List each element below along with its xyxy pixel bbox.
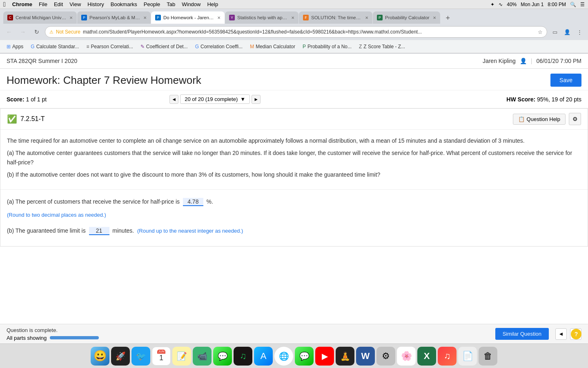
answer-a-input[interactable] [183,198,203,206]
tab-mathxl-active[interactable]: P Do Homework - Jaren Kip... ✕ [151,11,225,24]
question-status-text: Question is complete. [7,327,99,333]
new-tab-button[interactable]: + [442,12,454,24]
spotlight-icon[interactable]: 🔍 [570,2,576,7]
dock-tweetbot[interactable]: 🐦 [131,347,150,366]
menu-bookmarks[interactable]: Bookmarks [111,1,137,7]
user-profile-icon[interactable]: 👤 [520,58,527,64]
bookmark-calc-std[interactable]: G Calculate Standar... [27,42,82,51]
back-button[interactable]: ← [3,26,15,38]
bookmark-zscore[interactable]: Z Z Score Table - Z... [356,42,408,51]
menubar-right: ✦ ∿ 40% Mon Jun 1 8:00 PM 🔍 ☰ [490,2,585,7]
score-nav-prev[interactable]: ◄ [169,95,178,104]
meditation-icon: 🧘 [340,351,350,361]
dock-youtube[interactable]: ▶ [315,347,334,366]
dock-messages[interactable]: 💬 [213,347,232,366]
bookmark-corr-coeff[interactable]: G Correlation Coeffi... [192,42,246,51]
score-nav-next[interactable]: ► [252,95,261,104]
dock-messages2[interactable]: 💬 [295,347,314,366]
dock-trash[interactable]: 🗑 [479,347,497,366]
menu-help[interactable]: Help [207,1,218,7]
dock-photos[interactable]: 🌸 [397,347,416,366]
apple-menu[interactable]:  [3,1,6,8]
bottom-nav-prev-button[interactable]: ◄ [555,328,567,340]
dock-preview[interactable]: 📄 [458,347,477,366]
bookmark-coeff-det[interactable]: ✎ Coefficient of Det... [137,42,191,51]
score-nav-label-text: 20 of 20 (19 complete) [185,96,238,102]
tab-probcalc[interactable]: P Probability Calculator ✕ [373,11,440,24]
tab-pearson-close[interactable]: ✕ [143,16,147,20]
score-bold: Score: [7,96,24,103]
score-label: Score: 1 of 1 pt [7,96,47,103]
menu-chrome[interactable]: Chrome [12,1,32,7]
bookmark-star-icon[interactable]: ☆ [538,29,543,35]
calendar-icon: JUN1 [157,350,165,362]
answer-b-row: (b) The guaranteed time limit is minutes… [7,225,581,236]
tab-chegg[interactable]: F SOLUTION: The time requ... ✕ [299,11,372,24]
tab-chegg-close[interactable]: ✕ [365,16,368,20]
bookmark-median[interactable]: M Median Calculator [247,42,298,51]
answer-a-hint: (Round to two decimal places as needed.) [7,210,581,220]
bookmark-zscore-icon: Z [359,44,362,49]
menu-history[interactable]: History [87,1,104,7]
tab-probcalc-close[interactable]: ✕ [433,16,436,20]
menu-window[interactable]: Window [182,1,200,7]
score-nav-label-container[interactable]: 20 of 20 (19 complete) ▼ [180,94,250,104]
notification-icon[interactable]: ☰ [580,2,585,7]
dock-chrome[interactable]: 🌐 [274,347,293,366]
help-circle-button[interactable]: ? [571,329,581,339]
dock-finder[interactable]: 😀 [91,347,109,366]
tab-pearson[interactable]: P Pearson's MyLab & Maste... ✕ [77,11,151,24]
answer-b-suffix: minutes. [112,227,134,234]
bookmark-pearson-corr[interactable]: ≡ Pearson Correlati... [83,42,136,51]
answer-b-input[interactable] [89,227,109,235]
dock-music[interactable]: ♫ [438,347,457,366]
tab-cmu-close[interactable]: ✕ [69,16,73,20]
all-parts-label: All parts showing [7,335,47,341]
dock-meditation[interactable]: 🧘 [336,347,354,366]
tab-pearson-title: Pearson's MyLab & Maste... [89,15,140,20]
bookmark-apps-icon: ⊞ [7,44,11,49]
hw-score-bold: HW Score: [506,96,535,103]
music-icon: ♫ [444,351,451,361]
similar-question-button[interactable]: Similar Question [495,328,549,340]
tab-wolfram[interactable]: Y Statistics help with applic... ✕ [225,11,298,24]
tab-mathxl-close[interactable]: ✕ [217,16,220,20]
dock-notes[interactable]: 📝 [172,347,191,366]
menu-view[interactable]: View [69,1,81,7]
menu-people[interactable]: People [144,1,160,7]
address-bar[interactable]: ⚠ Not Secure mathxl.com/Student/PlayerHo… [45,26,547,38]
question-gear-button[interactable]: ⚙ [569,113,581,125]
bookmark-apps[interactable]: ⊞ Apps [3,42,27,51]
dock-word[interactable]: W [356,347,375,366]
address-bar-row: ← → ↻ ⚠ Not Secure mathxl.com/Student/Pl… [0,24,588,40]
more-menu-icon[interactable]: ⋮ [574,27,585,37]
bookmark-calc-icon: G [31,44,34,49]
forward-button[interactable]: → [17,26,29,38]
save-button[interactable]: Save [550,74,581,87]
user-name: Jaren Kipling [483,58,516,64]
dock-sysprefs[interactable]: ⚙ [376,347,395,366]
all-parts-row: All parts showing [7,335,99,341]
course-name: STA 282QR Summer I 2020 [7,58,77,64]
bookmark-prob-no[interactable]: P Probability of a No... [299,42,355,51]
tab-wolfram-close[interactable]: ✕ [291,16,294,20]
dock-appstore[interactable]: A [254,347,273,366]
tab-cmu[interactable]: C Central Michigan Universi... ✕ [3,11,77,24]
bookmarks-bar: ⊞ Apps G Calculate Standar... ≡ Pearson … [0,40,588,53]
dock-spotify[interactable]: ♫ [234,347,252,366]
bluetooth-icon: ✦ [490,2,494,7]
dock-excel[interactable]: X [417,347,436,366]
menu-file[interactable]: File [39,1,47,7]
menu-tab[interactable]: Tab [167,1,175,7]
not-secure-label: Not Secure [56,29,80,35]
cast-icon[interactable]: ▭ [550,27,560,37]
dock-calendar[interactable]: JUN1 [152,347,171,366]
refresh-button[interactable]: ↻ [31,26,42,38]
question-help-button[interactable]: 📋 Question Help [513,114,566,125]
gear-icon: ⚙ [572,116,578,122]
preview-icon: 📄 [462,351,473,361]
menu-edit[interactable]: Edit [54,1,63,7]
dock-launchpad[interactable]: 🚀 [111,347,130,366]
dock-facetime[interactable]: 📹 [193,347,212,366]
profile-icon[interactable]: 👤 [562,27,572,37]
